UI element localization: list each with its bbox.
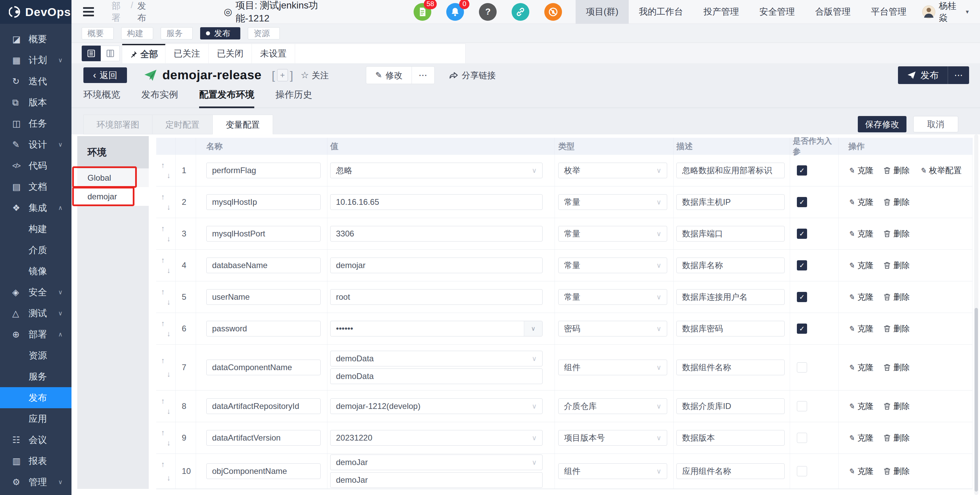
variable-type-select[interactable]: 介质仓库: [558, 398, 667, 414]
variable-desc-input[interactable]: 数据库连接用户名: [676, 289, 784, 305]
sidebar-item-iteration[interactable]: ↻迭代: [0, 71, 72, 92]
move-down-icon[interactable]: ↓: [167, 474, 170, 482]
variable-desc-input[interactable]: 数据组件名称: [676, 360, 784, 375]
variable-name-input[interactable]: mysqlHostIp: [206, 194, 321, 210]
vertical-scrollbar[interactable]: [974, 134, 978, 495]
document-icon[interactable]: 58: [414, 3, 431, 21]
page-tab-service[interactable]: 服务: [161, 27, 192, 40]
nav-item-platform-mgmt[interactable]: 平台管理: [861, 0, 917, 24]
variable-value-select[interactable]: demojar-1212(develop): [330, 398, 542, 414]
page-tab-build[interactable]: 构建: [121, 27, 153, 40]
move-down-icon[interactable]: ↓: [167, 439, 170, 447]
variable-name-input[interactable]: userName: [206, 289, 321, 305]
sidebar-item-artifact[interactable]: 介质: [0, 240, 72, 260]
follow-button[interactable]: ☆ 关注: [301, 70, 328, 81]
sidebar-item-application[interactable]: 应用: [0, 408, 72, 429]
variable-desc-input[interactable]: 应用组件名称: [676, 463, 784, 479]
move-down-icon[interactable]: ↓: [167, 408, 170, 415]
sidebar-item-build[interactable]: 构建: [0, 218, 72, 240]
nav-item-version-merge-mgmt[interactable]: 合版管理: [805, 0, 861, 24]
in-param-checkbox[interactable]: [797, 165, 807, 176]
variable-value-select[interactable]: 20231220: [330, 430, 542, 446]
in-param-checkbox[interactable]: [797, 197, 807, 207]
variable-name-input[interactable]: dataArtifactRepositoryId: [206, 398, 321, 414]
variable-desc-input[interactable]: 数据版本: [676, 430, 784, 446]
variable-type-select[interactable]: 枚举: [558, 163, 667, 178]
variable-desc-input[interactable]: 数据库名称: [676, 257, 784, 273]
breadcrumb-parent[interactable]: 部署: [111, 0, 127, 24]
clone-button[interactable]: 克隆: [848, 432, 873, 443]
sidebar-item-image[interactable]: 镜像: [0, 260, 72, 282]
sidebar-item-security[interactable]: ◈安全∨: [0, 282, 72, 303]
filter-tab-followed[interactable]: 已关注: [165, 44, 208, 63]
sidebar-item-task[interactable]: ◫任务: [0, 113, 72, 134]
publish-main[interactable]: 发布: [898, 66, 948, 84]
clone-button[interactable]: 克隆: [848, 362, 873, 373]
sidebar-item-document[interactable]: ▤文档: [0, 176, 72, 197]
list-view-toggle[interactable]: [82, 46, 101, 61]
detail-tab-config-release-env[interactable]: 配置发布环境: [199, 89, 254, 108]
page-tab-overview[interactable]: 概要: [82, 27, 114, 40]
sidebar-item-release[interactable]: 发布: [0, 387, 72, 408]
variable-value-select[interactable]: demoJar: [330, 455, 542, 470]
publish-button[interactable]: 发布 ⋯: [898, 66, 969, 84]
move-down-icon[interactable]: ↓: [167, 298, 170, 306]
nav-item-security-mgmt[interactable]: 安全管理: [749, 0, 805, 24]
filter-tab-all[interactable]: 全部: [122, 44, 165, 63]
link-icon[interactable]: [512, 3, 529, 21]
variable-type-select[interactable]: 常量: [558, 226, 667, 241]
delete-button[interactable]: 删除: [884, 466, 910, 477]
clone-button[interactable]: 克隆: [848, 401, 873, 412]
delete-button[interactable]: 删除: [884, 197, 910, 208]
sidebar-item-version[interactable]: ⧉版本: [0, 92, 72, 113]
sidebar-item-code[interactable]: </>代码: [0, 155, 72, 176]
variable-name-input[interactable]: dataComponentName: [206, 360, 321, 375]
nav-item-my-workbench[interactable]: 我的工作台: [629, 0, 694, 24]
enum-config-button[interactable]: 枚举配置: [920, 165, 961, 176]
move-up-icon[interactable]: ↑: [161, 397, 165, 405]
sidebar-item-report[interactable]: ▥报表: [0, 451, 72, 471]
move-up-icon[interactable]: ↑: [161, 288, 165, 296]
delete-button[interactable]: 删除: [884, 432, 910, 443]
sidebar-item-design[interactable]: ✎设计∨: [0, 134, 72, 155]
sidebar-item-plan[interactable]: ▦计划∨: [0, 50, 72, 71]
nav-item-projects[interactable]: 项目(群): [576, 0, 628, 24]
variable-type-select[interactable]: 项目版本号: [558, 430, 667, 446]
page-tab-release[interactable]: 发布: [200, 27, 240, 40]
config-tab-env-deploy-graph[interactable]: 环境部署图: [83, 115, 153, 134]
save-button[interactable]: 保存修改: [858, 116, 907, 132]
delete-button[interactable]: 删除: [884, 228, 910, 239]
variable-value-input[interactable]: 10.16.16.65: [330, 194, 542, 210]
move-up-icon[interactable]: ↑: [161, 461, 165, 468]
sidebar-item-meeting[interactable]: ☷会议: [0, 429, 72, 451]
filter-tab-unset[interactable]: 未设置: [252, 44, 295, 63]
breadcrumb-current[interactable]: 发布: [137, 0, 152, 24]
in-param-checkbox[interactable]: [797, 228, 807, 239]
variable-value-input[interactable]: demoData: [330, 368, 542, 384]
variable-value-input[interactable]: demojar: [330, 257, 542, 273]
variable-desc-input[interactable]: 数据库主机IP: [676, 194, 784, 210]
delete-button[interactable]: 删除: [884, 323, 910, 334]
delete-button[interactable]: 删除: [884, 401, 910, 412]
delete-button[interactable]: 删除: [884, 292, 910, 303]
delete-button[interactable]: 删除: [884, 165, 910, 176]
variable-value-input[interactable]: root: [330, 289, 542, 305]
move-up-icon[interactable]: ↑: [161, 162, 165, 169]
detail-tab-release-instances[interactable]: 发布实例: [141, 89, 178, 108]
variable-type-select[interactable]: 常量: [558, 289, 667, 305]
move-down-icon[interactable]: ↓: [167, 172, 170, 179]
move-down-icon[interactable]: ↓: [167, 267, 170, 274]
variable-desc-input[interactable]: 数据库密码: [676, 321, 784, 336]
filter-tab-closed[interactable]: 已关闭: [208, 44, 252, 63]
user-menu[interactable]: 杨桂焱 ▼: [917, 0, 980, 24]
board-view-toggle[interactable]: [101, 46, 120, 61]
in-param-checkbox[interactable]: [797, 401, 807, 411]
horizontal-scroll-strip[interactable]: [156, 489, 972, 495]
variable-name-input[interactable]: password: [206, 321, 321, 336]
variable-type-select[interactable]: 密码: [558, 321, 667, 336]
variable-name-input[interactable]: performFlag: [206, 163, 321, 178]
variable-value-select[interactable]: 忽略: [330, 163, 542, 178]
in-param-checkbox[interactable]: [797, 292, 807, 302]
modify-more-button[interactable]: ⋯: [412, 67, 434, 84]
move-up-icon[interactable]: ↑: [161, 193, 165, 201]
